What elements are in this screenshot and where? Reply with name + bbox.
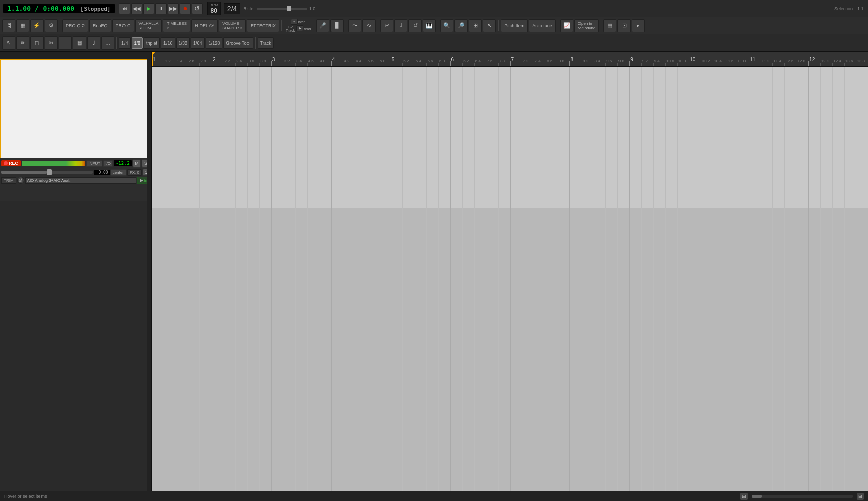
grid-line-minor	[594, 67, 594, 491]
pro-c-button[interactable]: PRO-C	[112, 19, 134, 32]
fraction-1-64[interactable]: 1/64	[191, 37, 205, 49]
grid-line-minor	[725, 67, 725, 491]
extra-icon-2[interactable]: ⊡	[617, 19, 631, 32]
transport-controls: ⏮ ◀◀ ▶ ⏸ ▶▶ ⏺ ↺	[119, 3, 203, 14]
rate-slider[interactable]	[257, 8, 307, 10]
read-icon[interactable]: ▶	[296, 25, 303, 31]
bv-track-section: BV Track	[286, 25, 295, 32]
piano-icon-btn[interactable]: 🎹	[423, 19, 436, 32]
env-icon-btn[interactable]: ∿	[362, 19, 376, 32]
tool-eraser[interactable]: ◻	[30, 36, 44, 50]
zoom-out-icon-btn[interactable]: 🔎	[454, 19, 468, 32]
io-label[interactable]: I/O	[103, 160, 113, 167]
groove-tool-btn[interactable]: Groove Tool	[223, 37, 253, 49]
mute-button[interactable]: M	[133, 159, 141, 168]
bar-chart-icon-btn[interactable]: ▊	[330, 19, 344, 32]
rate-label: Rate:	[243, 6, 255, 11]
scissors-icon-btn[interactable]: ✂	[380, 19, 393, 32]
pro-q2-button[interactable]: PRO-Q 2	[62, 19, 88, 32]
grid-line-minor	[343, 67, 343, 491]
plugin-separator-8	[558, 20, 558, 31]
transport-position: 1.1.00 / 0:00.000	[7, 5, 74, 12]
grid-line-minor	[235, 67, 236, 491]
zoom-in-icon-btn[interactable]: 🔍	[440, 19, 453, 32]
mic-icon-btn[interactable]: 🎤	[316, 19, 329, 32]
play-button[interactable]: ▶	[143, 3, 154, 14]
tracks-grid[interactable]	[152, 67, 868, 491]
rewind-to-start-button[interactable]: ⏮	[119, 3, 130, 14]
tool-select[interactable]: ↖	[2, 36, 15, 50]
wave-icon-btn[interactable]: 〜	[348, 19, 361, 32]
tool-grid[interactable]: ▦	[73, 36, 86, 50]
input-label[interactable]: INPUT	[86, 160, 102, 167]
cpu-icon-btn[interactable]: ⚡	[30, 19, 44, 32]
fraction-1-128[interactable]: 1/128	[206, 37, 223, 49]
fraction-1-16[interactable]: 1/16	[161, 37, 175, 49]
db-display: -12.2	[114, 160, 132, 166]
tool-cut[interactable]: ✂	[45, 36, 58, 50]
effectrix-button[interactable]: EFFECTRIX	[247, 19, 279, 32]
tool-pencil[interactable]: ✏	[16, 36, 29, 50]
cursor-icon-btn[interactable]: ↖	[483, 19, 496, 32]
forward-button[interactable]: ▶▶	[168, 3, 179, 14]
grid-line-minor	[605, 67, 606, 491]
timeline-ruler[interactable]: 11.21.42.62.822.22.43.63.833.23.44.64.84…	[152, 52, 868, 67]
valhalla-room-button[interactable]: VALHALLAROOM	[135, 19, 162, 32]
status-scrollbar-thumb	[752, 495, 762, 498]
grid-line-major	[450, 67, 451, 491]
tool-stretch[interactable]: ⊣	[59, 36, 72, 50]
h-delay-button[interactable]: H-DELAY	[191, 19, 218, 32]
grid-line-minor	[379, 67, 379, 491]
auto-tune-button[interactable]: Auto tune	[529, 19, 556, 32]
vol-slider[interactable]	[1, 171, 93, 174]
toolbar-row: ↖ ✏ ◻ ✂ ⊣ ▦ ♩ … 1/4 1/8 triplet 1/16 1/3…	[0, 34, 868, 52]
record-button[interactable]: ⏺	[180, 3, 191, 14]
tool-more[interactable]: …	[101, 36, 114, 50]
zoom-fit-icon-btn[interactable]: ⊞	[469, 19, 482, 32]
grid-line-minor	[415, 67, 415, 491]
grid-line-minor	[797, 67, 797, 491]
mixer-icon-btn[interactable]: 🎛	[2, 19, 15, 32]
phase-button[interactable]: Ø	[17, 177, 24, 184]
bpm-section[interactable]: BPM 80	[207, 2, 221, 15]
input-select[interactable]: AIO Analog 3+AIO Anal...	[25, 177, 136, 184]
fraction-1-4[interactable]: 1/4	[119, 37, 131, 49]
fraction-1-8[interactable]: 1/8	[132, 37, 143, 49]
grid-line-minor	[307, 67, 308, 491]
playhead	[152, 52, 153, 66]
pitch-item-button[interactable]: Pitch Item	[501, 19, 528, 32]
latch-icon[interactable]: ⌖	[291, 19, 298, 25]
timeless-button[interactable]: TIMELESS2	[163, 19, 190, 32]
reaeq-button[interactable]: ReaEQ	[89, 19, 111, 32]
pitch-graph-icon[interactable]: 📈	[560, 19, 573, 32]
pause-button[interactable]: ⏸	[155, 3, 167, 14]
track-panel-scrollbar[interactable]	[147, 52, 151, 491]
vol-slider-fill	[1, 171, 47, 174]
center-pan-label[interactable]: center	[111, 169, 126, 176]
fraction-triplet[interactable]: triplet	[144, 37, 160, 49]
grid-line-minor	[856, 67, 856, 491]
rewind-button[interactable]: ◀◀	[131, 3, 142, 14]
open-melodyne-button[interactable]: Open inMelodyne	[574, 19, 599, 32]
grid-line-minor	[426, 67, 427, 491]
time-signature[interactable]: 2/4	[224, 3, 240, 14]
status-scrollbar[interactable]	[752, 495, 853, 498]
loop-button[interactable]: ↺	[192, 3, 203, 14]
settings-icon-btn[interactable]: ⚙	[45, 19, 58, 32]
rec-button[interactable]: REC	[1, 160, 21, 166]
track-btn[interactable]: Track	[258, 37, 274, 49]
grid-line-minor	[474, 67, 475, 491]
note-icon-btn[interactable]: ♩	[394, 19, 407, 32]
tool-midi[interactable]: ♩	[87, 36, 100, 50]
latch-label: latch	[298, 20, 306, 24]
rate-value: 1.0	[309, 6, 316, 11]
extra-icon-1[interactable]: ▤	[603, 19, 616, 32]
fraction-1-32[interactable]: 1/32	[176, 37, 190, 49]
trim-button[interactable]: TRIM	[1, 177, 16, 184]
loop-icon-btn[interactable]: ↺	[408, 19, 422, 32]
volume-shaper-button[interactable]: VOLUMESHAPER 3	[219, 19, 246, 32]
grid-line-major	[212, 67, 212, 491]
fx-button[interactable]: FX: 0	[127, 169, 142, 176]
grid-icon-btn[interactable]: ▦	[16, 19, 29, 32]
extra-icon-3[interactable]: ▸	[632, 19, 645, 32]
